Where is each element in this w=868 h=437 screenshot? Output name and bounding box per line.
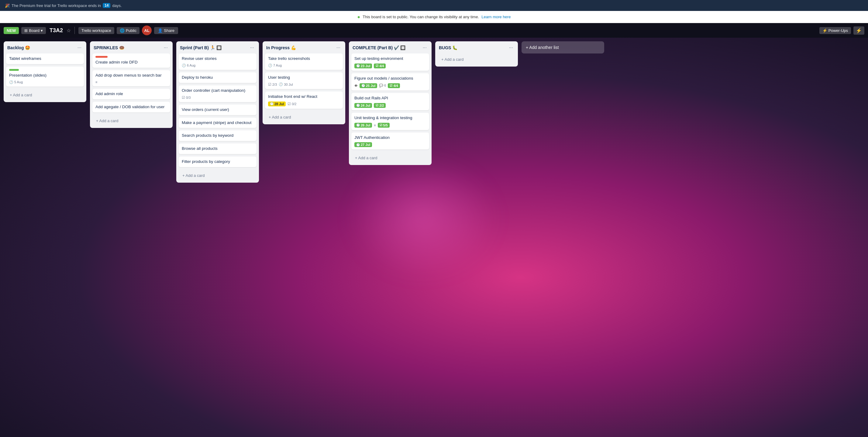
list-title-complete-part-b: COMPLETE (Part B) ✔️ 🔲: [352, 45, 422, 50]
card-meta-build-out-rails-api: 🕐 24 Jul☑ 2/2: [354, 103, 426, 108]
badge-checklist: ☑ 4/4: [374, 64, 386, 68]
badge-yellow-date: 🕐 28 Jul: [268, 101, 286, 106]
card-title-deploy-to-heroku: Deploy to heroku: [182, 75, 253, 81]
badge-green-date: 🕐 27 Jul: [354, 142, 372, 147]
share-button[interactable]: 👤 Share: [154, 27, 178, 34]
card-deploy-to-heroku[interactable]: Deploy to heroku: [179, 72, 256, 83]
checkbox-icon: ☑: [182, 95, 185, 100]
list-menu-button-complete-part-b[interactable]: ···: [422, 44, 428, 51]
board-label: Board: [29, 28, 39, 33]
badge-checklist: ☑ 2/2: [374, 103, 386, 108]
list-menu-button-in-progress[interactable]: ···: [335, 44, 342, 51]
card-presentation-slides[interactable]: Presentation (slides)🕐 5 Aug: [6, 67, 84, 87]
checkbox-icon: ☑: [287, 102, 291, 106]
badge-green-date: 🕐 24 Jul: [354, 103, 372, 108]
card-build-out-rails-api[interactable]: Build out Rails API🕐 24 Jul☑ 2/2: [351, 93, 429, 110]
clock-icon: 🕐: [268, 64, 272, 67]
card-browse-all-products[interactable]: Browse all products: [179, 144, 256, 154]
badge-green-date: 🕐 26 Jul: [354, 123, 372, 128]
avatar[interactable]: AL: [142, 26, 152, 35]
card-checklist: ☑ 0/3: [182, 95, 191, 100]
card-filter-products-category[interactable]: Filter products by category: [179, 157, 256, 167]
card-tablet-wireframes[interactable]: Tablet wireframes: [6, 54, 84, 64]
board-button[interactable]: ⊞ Board ▾: [21, 27, 46, 34]
list-header-complete-part-b: COMPLETE (Part B) ✔️ 🔲···: [349, 41, 432, 54]
card-title-jwt-authentication: JWT Authentication: [354, 135, 426, 141]
card-revise-user-stories[interactable]: Revise user stories🕐 6 Aug: [179, 54, 256, 70]
card-set-up-testing-env[interactable]: Set up testing environment🕐 23 Jul☑ 4/4: [351, 54, 429, 71]
card-title-filter-products-category: Filter products by category: [182, 159, 253, 165]
clock-icon: 🕐: [279, 82, 283, 86]
powerups-button[interactable]: ⚡ Power-Ups: [819, 27, 851, 34]
card-add-agegate-dob[interactable]: Add agegate / DOB validation for user: [92, 102, 170, 113]
comment-count: 💬 6: [379, 84, 386, 88]
card-meta-revise-user-stories: 🕐 6 Aug: [182, 64, 253, 67]
card-jwt-authentication[interactable]: JWT Authentication🕐 27 Jul: [351, 132, 429, 150]
card-payment-stripe[interactable]: Make a payment (stripe) and checkout: [179, 118, 256, 128]
label-bar-green: [9, 69, 19, 71]
card-title-browse-all-products: Browse all products: [182, 146, 253, 152]
card-add-dropdown-menus[interactable]: Add drop down menus to search bar≡: [92, 70, 170, 86]
learn-more-link[interactable]: Learn more here: [482, 14, 510, 19]
list-menu-button-bugs[interactable]: ···: [508, 44, 514, 51]
share-label: Share: [164, 28, 175, 33]
list-menu-button-backlog[interactable]: ···: [76, 44, 83, 51]
card-date: 🕐 7 Aug: [268, 64, 282, 67]
add-card-button-backlog[interactable]: + Add a card: [6, 90, 84, 100]
card-title-add-agegate-dob: Add agegate / DOB validation for user: [95, 104, 167, 110]
add-list-button[interactable]: + Add another list: [522, 41, 604, 54]
top-nav: NEW ⊞ Board ▾ T3A2 ☆ Trello workspace 🌐 …: [0, 23, 868, 38]
lightning-button[interactable]: ⚡: [854, 26, 864, 35]
card-view-orders[interactable]: View orders (current user): [179, 104, 256, 115]
card-date: 🕐 30 Jul: [279, 82, 293, 86]
card-title-search-products-keyword: Search products by keyword: [182, 133, 253, 138]
list-complete-part-b: COMPLETE (Part B) ✔️ 🔲···Set up testing …: [349, 41, 432, 165]
add-card-button-complete-part-b[interactable]: + Add a card: [351, 153, 429, 163]
card-title-presentation-slides: Presentation (slides): [9, 73, 81, 79]
board-background: Backlog 🤩···Tablet wireframesPresentatio…: [0, 38, 868, 437]
card-title-figure-out-models: Figure out models / associations: [354, 76, 426, 82]
card-unit-integration-testing[interactable]: Unit testing & integration testing🕐 26 J…: [351, 113, 429, 130]
list-header-sprint-part-b: Sprint (Part B) 🏃 🔲···: [176, 41, 259, 54]
list-in-progress: In Progress 💪···Take trello screenshots🕐…: [262, 41, 345, 124]
card-checklist: ☑ 0/2: [287, 102, 296, 106]
card-title-view-orders: View orders (current user): [182, 107, 253, 113]
card-add-admin-role[interactable]: Add admin role: [92, 89, 170, 99]
public-button[interactable]: 🌐 Public: [117, 27, 140, 34]
list-menu-button-sprint-part-b[interactable]: ···: [249, 44, 255, 51]
board-grid-icon: ⊞: [24, 28, 28, 33]
badge-green-date: 🕐 23 Jul: [354, 64, 372, 68]
add-card-button-sprint-part-b[interactable]: + Add a card: [179, 171, 256, 180]
card-meta-jwt-authentication: 🕐 27 Jul: [354, 142, 426, 147]
add-card-button-bugs[interactable]: + Add a card: [438, 55, 516, 64]
powerups-label: Power-Ups: [829, 28, 848, 33]
new-button[interactable]: NEW: [4, 27, 19, 34]
card-date: 🕐 5 Aug: [9, 80, 23, 84]
trial-banner: 🎉 The Premium free trial for Trello work…: [0, 0, 868, 11]
card-initialise-front-end-react[interactable]: Initialise front end w/ React🕐 28 Jul☑ 0…: [265, 91, 343, 109]
card-meta-take-trello-screenshots: 🕐 7 Aug: [268, 64, 340, 67]
card-user-testing[interactable]: User testing☑ 2/3🕐 30 Jul: [265, 72, 343, 89]
eye-icon: 👁: [354, 84, 358, 88]
list-cards-complete-part-b: Set up testing environment🕐 23 Jul☑ 4/4F…: [349, 54, 432, 152]
card-order-controller[interactable]: Order controller (cart manipulation)☑ 0/…: [179, 85, 256, 102]
card-title-add-admin-role: Add admin role: [95, 91, 167, 97]
board-title: T3A2: [50, 27, 63, 34]
checkbox-icon: ☑: [268, 82, 271, 87]
list-menu-button-sprinkles[interactable]: ···: [163, 44, 169, 51]
list-sprinkles: SPRINKLES 🍩···Create admin role DFDAdd d…: [90, 41, 173, 128]
list-title-in-progress: In Progress 💪: [266, 45, 335, 50]
star-button[interactable]: ☆: [67, 28, 71, 33]
card-search-products-keyword[interactable]: Search products by keyword: [179, 130, 256, 141]
badge-checklist: ☑ 4/4: [388, 83, 400, 88]
add-card-button-sprinkles[interactable]: + Add a card: [92, 116, 170, 126]
card-meta-figure-out-models: 👁🕐 25 Jul💬 6☑ 4/4: [354, 83, 426, 88]
card-take-trello-screenshots[interactable]: Take trello screenshots🕐 7 Aug: [265, 54, 343, 70]
workspace-button[interactable]: Trello workspace: [79, 27, 114, 34]
trial-text-before: The Premium free trial for Trello worksp…: [11, 3, 101, 8]
list-cards-backlog: Tablet wireframesPresentation (slides)🕐 …: [4, 54, 86, 89]
add-card-button-in-progress[interactable]: + Add a card: [265, 113, 343, 122]
public-notice-text: This board is set to public. You can cha…: [363, 14, 479, 19]
card-figure-out-models[interactable]: Figure out models / associations👁🕐 25 Ju…: [351, 73, 429, 91]
card-create-admin-role-dfd[interactable]: Create admin role DFD: [92, 54, 170, 68]
